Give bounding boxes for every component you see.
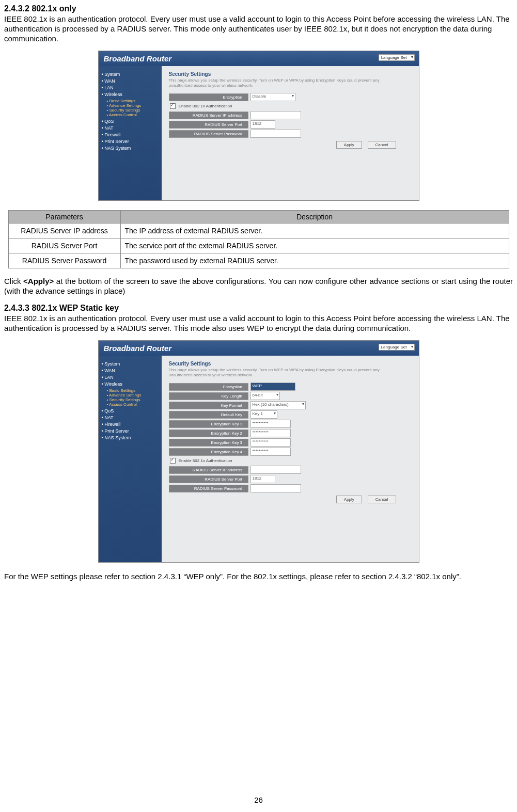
- encryption-label: Encryption :: [169, 383, 248, 391]
- encryption-select[interactable]: Disable: [250, 93, 295, 101]
- nav-firewall[interactable]: Firewall: [102, 132, 159, 137]
- key-length-label: Key Length :: [169, 392, 248, 400]
- enc-key3-input[interactable]: **********: [250, 438, 291, 447]
- param-cell: RADIUS Server Password: [8, 253, 120, 268]
- enc-key1-label: Encryption Key 1 :: [169, 420, 248, 428]
- language-select[interactable]: Language Set: [379, 54, 415, 61]
- desc-header: Description: [120, 211, 509, 224]
- nav-system[interactable]: System: [102, 72, 159, 77]
- radius-ip-label: RADIUS Server IP address :: [169, 112, 248, 119]
- nav-firewall[interactable]: Firewall: [102, 422, 159, 427]
- enable-8021x-label: Enable 802.1x Authentication: [179, 104, 232, 108]
- section-heading-2: 2.4.3.3 802.1x WEP Static key: [4, 304, 513, 313]
- radius-pw-input[interactable]: [250, 484, 301, 492]
- subnav-basic[interactable]: Basic Settings: [107, 388, 159, 393]
- nav-lan[interactable]: LAN: [102, 375, 159, 380]
- nav-wireless[interactable]: Wireless: [102, 92, 159, 97]
- enc-key3-label: Encryption Key 3 :: [169, 439, 248, 447]
- enc-key2-label: Encryption Key 2 :: [169, 429, 248, 437]
- radius-port-input[interactable]: 1812: [250, 475, 275, 483]
- radius-pw-label: RADIUS Server Password :: [169, 130, 248, 138]
- nav-print[interactable]: Print Server: [102, 428, 159, 434]
- enable-8021x-label: Enable 802.1x Authentication: [179, 458, 232, 463]
- radius-port-input[interactable]: 1812: [250, 120, 275, 129]
- panel-desc-1: This page allows you setup the wireless …: [169, 78, 396, 88]
- apply-button[interactable]: Apply: [336, 496, 362, 503]
- footer-paragraph: For the WEP settings please refer to sec…: [4, 572, 513, 582]
- radius-ip-label: RADIUS Server IP address :: [169, 466, 248, 474]
- key-format-label: Key Format :: [169, 402, 248, 409]
- nav-nat[interactable]: NAT: [102, 125, 159, 131]
- enable-8021x-checkbox[interactable]: [170, 458, 176, 464]
- subnav-basic[interactable]: Basic Settings: [107, 99, 159, 103]
- radius-ip-input[interactable]: [250, 466, 301, 474]
- radius-pw-label: RADIUS Server Password :: [169, 485, 248, 492]
- apply-paragraph: Click <Apply> at the bottom of the scree…: [4, 277, 513, 296]
- subnav-access[interactable]: Access Control: [107, 113, 159, 117]
- router-screenshot-1: Broadband Router Language Set System WAN…: [98, 51, 419, 201]
- param-cell: RADIUS Server Port: [8, 238, 120, 253]
- nav-wan[interactable]: WAN: [102, 368, 159, 373]
- panel-title: Security Settings: [169, 71, 412, 77]
- nav-lan[interactable]: LAN: [102, 85, 159, 90]
- section-para-2: IEEE 802.1x is an authentication protoco…: [4, 314, 513, 333]
- default-key-select[interactable]: Key 1: [250, 410, 277, 419]
- nav-qos[interactable]: QoS: [102, 119, 159, 124]
- enc-key2-input[interactable]: **********: [250, 429, 291, 437]
- enc-key4-label: Encryption Key 4 :: [169, 448, 248, 456]
- nav-nas[interactable]: NAS System: [102, 146, 159, 151]
- router-sidebar: System WAN LAN Wireless Basic Settings A…: [99, 356, 162, 562]
- enc-key1-input[interactable]: **********: [250, 420, 291, 428]
- subnav-advance[interactable]: Advance Settings: [107, 103, 159, 108]
- enable-8021x-checkbox[interactable]: [170, 103, 176, 109]
- section-para-1: IEEE 802.1x is an authentication protoco…: [4, 14, 513, 43]
- nav-qos[interactable]: QoS: [102, 408, 159, 413]
- radius-ip-input[interactable]: [250, 111, 301, 119]
- language-select[interactable]: Language Set: [379, 344, 415, 351]
- default-key-label: Default Key :: [169, 411, 248, 419]
- subnav-security[interactable]: Security Settings: [107, 397, 159, 402]
- router-brand: Broadband Router: [104, 54, 172, 63]
- enable-8021x-row[interactable]: Enable 802.1x Authentication: [170, 103, 412, 109]
- desc-cell: The IP address of external RADIUS server…: [120, 224, 509, 238]
- apply-button[interactable]: Apply: [336, 141, 362, 149]
- cancel-button[interactable]: Cancel: [368, 496, 396, 503]
- subnav-advance[interactable]: Advance Settings: [107, 393, 159, 397]
- desc-cell: The service port of the external RADIUS …: [120, 238, 509, 253]
- subnav-access[interactable]: Access Control: [107, 402, 159, 407]
- encryption-label: Encryption :: [169, 93, 248, 101]
- radius-port-label: RADIUS Server Port :: [169, 475, 248, 483]
- nav-nat[interactable]: NAT: [102, 415, 159, 420]
- param-header: Parameters: [8, 211, 120, 224]
- radius-pw-input[interactable]: [250, 130, 301, 138]
- panel-title: Security Settings: [169, 361, 412, 367]
- nav-wireless[interactable]: Wireless: [102, 381, 159, 387]
- table-row: RADIUS Server Password The password used…: [8, 253, 509, 268]
- encryption-select[interactable]: WEP: [250, 383, 295, 391]
- section-heading-1: 2.4.3.2 802.1x only: [4, 4, 513, 13]
- param-cell: RADIUS Server IP address: [8, 224, 120, 238]
- table-row: RADIUS Server Port The service port of t…: [8, 238, 509, 253]
- key-format-select[interactable]: Hex (10 characters): [250, 401, 306, 409]
- enable-8021x-row[interactable]: Enable 802.1x Authentication: [170, 458, 412, 464]
- router-brand: Broadband Router: [104, 344, 172, 353]
- key-length-select[interactable]: 64-bit: [250, 392, 280, 400]
- enc-key4-input[interactable]: **********: [250, 448, 291, 456]
- nav-system[interactable]: System: [102, 361, 159, 367]
- page-number: 26: [4, 795, 513, 804]
- parameters-table: Parameters Description RADIUS Server IP …: [8, 210, 509, 268]
- table-row: RADIUS Server IP address The IP address …: [8, 224, 509, 238]
- panel-desc-2: This page allows you setup the wireless …: [169, 368, 396, 377]
- router-screenshot-2: Broadband Router Language Set System WAN…: [98, 340, 419, 563]
- nav-nas[interactable]: NAS System: [102, 435, 159, 440]
- desc-cell: The password used by external RADIUS ser…: [120, 253, 509, 268]
- subnav-security[interactable]: Security Settings: [107, 108, 159, 113]
- nav-wan[interactable]: WAN: [102, 78, 159, 84]
- nav-print[interactable]: Print Server: [102, 139, 159, 144]
- router-sidebar: System WAN LAN Wireless Basic Settings A…: [99, 66, 162, 200]
- radius-port-label: RADIUS Server Port :: [169, 121, 248, 129]
- cancel-button[interactable]: Cancel: [368, 141, 396, 149]
